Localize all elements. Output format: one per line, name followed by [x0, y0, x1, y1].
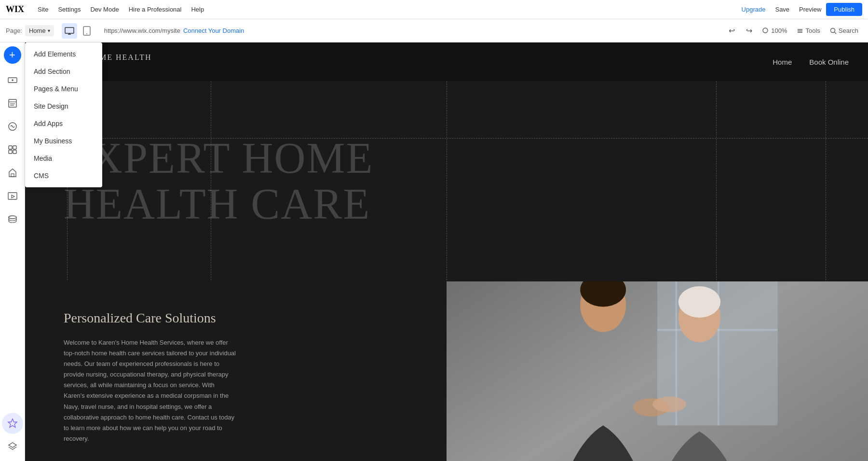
zoom-value: 100%	[771, 27, 787, 34]
svg-point-24	[9, 216, 16, 219]
content-right	[447, 281, 868, 461]
menu-item-add-elements[interactable]: Add Elements	[25, 45, 102, 63]
menu-item-add-apps[interactable]: Add Apps	[25, 115, 102, 132]
svg-rect-18	[13, 146, 16, 149]
svg-rect-20	[13, 150, 16, 154]
site-nav-home[interactable]: Home	[773, 58, 792, 66]
page-selector-arrow: ▾	[48, 28, 50, 33]
hire-professional-item[interactable]: Hire a Professional	[124, 0, 187, 19]
svg-text:WIX: WIX	[6, 4, 24, 14]
sidebar-site-design[interactable]	[2, 116, 23, 137]
dev-mode-menu-item[interactable]: Dev Mode	[85, 0, 123, 19]
side-menu: Add Elements Add Section Pages & Menu Si…	[25, 42, 102, 187]
publish-button[interactable]: Publish	[826, 3, 862, 16]
zoom-control[interactable]: 100%	[759, 25, 791, 36]
sidebar-my-business[interactable]	[2, 162, 23, 183]
url-bar: https://www.wix.com/mysite Connect Your …	[104, 27, 717, 34]
menu-item-media[interactable]: Media	[25, 150, 102, 167]
address-bar-actions: ↩ ↪ 100% Tools Search	[724, 23, 862, 39]
site-nav-book-online[interactable]: Book Online	[809, 58, 849, 66]
content-left: Personalized Care Solutions Welcome to K…	[25, 281, 447, 461]
menu-item-site-design[interactable]: Site Design	[25, 98, 102, 115]
hero-section: EXPERT HOME HEALTH CARE	[25, 81, 868, 281]
tools-label: Tools	[805, 27, 820, 34]
sidebar-pages-menu[interactable]	[2, 93, 23, 114]
mobile-view-button[interactable]	[79, 23, 95, 39]
url-text: https://www.wix.com/mysite	[104, 27, 180, 34]
help-menu-item[interactable]: Help	[186, 0, 209, 19]
sidebar-ai-assistant[interactable]	[2, 413, 23, 434]
site-content: KAREN'S HOME HEALTH SERVICES Home Book O…	[25, 42, 868, 461]
connect-domain-link[interactable]: Connect Your Domain	[183, 27, 244, 34]
site-nav: Home Book Online	[773, 58, 849, 66]
menu-item-add-section[interactable]: Add Section	[25, 63, 102, 80]
svg-rect-21	[11, 174, 14, 177]
sidebar-bottom	[2, 413, 23, 457]
menu-item-cms[interactable]: CMS	[25, 167, 102, 184]
page-label: Page:	[6, 27, 22, 34]
preview-button[interactable]: Preview	[794, 6, 826, 13]
search-button[interactable]: Search	[826, 25, 862, 36]
redo-button[interactable]: ↪	[741, 23, 757, 39]
sidebar-layers[interactable]	[2, 436, 23, 457]
svg-rect-19	[9, 150, 12, 154]
sidebar-add-section[interactable]	[2, 70, 23, 91]
sidebar-add-apps[interactable]	[2, 139, 23, 160]
sidebar-media[interactable]	[2, 185, 23, 207]
canvas-area[interactable]: KAREN'S HOME HEALTH SERVICES Home Book O…	[25, 42, 868, 461]
save-button[interactable]: Save	[770, 6, 794, 13]
site-menu-item[interactable]: Site	[33, 0, 53, 19]
sidebar-cms[interactable]	[2, 209, 23, 230]
svg-point-6	[763, 28, 768, 33]
undo-button[interactable]: ↩	[724, 23, 739, 39]
address-bar: Page: Home ▾ https://www.wix.com/mysite …	[0, 19, 868, 42]
svg-marker-23	[12, 195, 14, 198]
search-label: Search	[839, 27, 858, 34]
svg-rect-22	[8, 193, 17, 199]
menu-item-pages-menu[interactable]: Pages & Menu	[25, 80, 102, 98]
svg-rect-12	[9, 99, 16, 107]
care-photo	[447, 281, 868, 461]
page-selector[interactable]: Home ▾	[25, 25, 54, 36]
content-section: Personalized Care Solutions Welcome to K…	[25, 281, 868, 461]
svg-point-7	[830, 28, 835, 32]
page-name: Home	[29, 27, 46, 34]
hero-title: EXPERT HOME HEALTH CARE	[64, 136, 373, 227]
tools-button[interactable]: Tools	[793, 25, 824, 36]
settings-menu-item[interactable]: Settings	[53, 0, 85, 19]
svg-marker-25	[8, 419, 16, 427]
svg-point-37	[652, 396, 686, 412]
desktop-view-button[interactable]	[62, 23, 77, 39]
upgrade-button[interactable]: Upgrade	[737, 6, 771, 13]
svg-point-5	[86, 33, 87, 34]
top-bar: WIX Site Settings Dev Mode Hire a Profes…	[0, 0, 868, 19]
site-header: KAREN'S HOME HEALTH SERVICES Home Book O…	[25, 42, 868, 81]
add-button[interactable]: +	[4, 46, 21, 64]
svg-rect-1	[65, 28, 74, 33]
section-heading: Personalized Care Solutions	[64, 310, 418, 326]
menu-item-my-business[interactable]: My Business	[25, 132, 102, 150]
section-body: Welcome to Karen's Home Health Services,…	[64, 337, 237, 444]
svg-rect-17	[9, 146, 12, 149]
svg-point-35	[678, 286, 720, 318]
svg-marker-26	[9, 443, 16, 447]
left-sidebar: +	[0, 42, 25, 461]
wix-logo: WIX	[6, 3, 25, 16]
svg-line-8	[834, 32, 836, 34]
editor-area: +	[0, 42, 868, 461]
